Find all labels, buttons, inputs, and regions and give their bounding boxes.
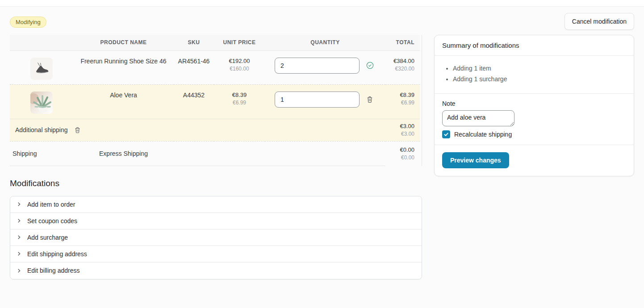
note-label: Note [442, 100, 626, 107]
product-sku: AR4561-46 [174, 50, 214, 84]
table-row-additional-shipping: Additional shipping [10, 119, 420, 141]
unit-price-cell: €192.00 €160.00 [214, 50, 265, 84]
chevron-right-icon [17, 202, 21, 207]
column-product-name: PRODUCT NAME [73, 35, 174, 50]
summary-bullet-item: Adding 1 item [453, 64, 626, 73]
accordion-set-coupon-codes[interactable]: Set coupon codes [10, 213, 422, 229]
status-badge: Modifying [10, 17, 46, 28]
quantity-input-sneaker[interactable] [275, 58, 360, 74]
chevron-right-icon [17, 218, 21, 223]
aloe-vera-product-image [30, 92, 53, 114]
column-total: TOTAL [385, 35, 420, 50]
cancel-modification-button[interactable]: Cancel modification [565, 13, 634, 30]
product-sku: A44352 [174, 84, 214, 119]
delete-surcharge-trash-icon[interactable] [74, 126, 81, 134]
sneaker-product-image [30, 58, 53, 80]
check-circle-icon [366, 62, 374, 69]
table-header-row: PRODUCT NAME SKU UNIT PRICE QUANTITY TOT… [10, 35, 420, 50]
summary-bullet-list: Adding 1 item Adding 1 surcharge [453, 64, 626, 83]
note-textarea[interactable]: Add aloe vera [442, 110, 514, 126]
column-unit-price: UNIT PRICE [214, 35, 265, 50]
column-image [10, 35, 73, 50]
accordion-add-item-to-order[interactable]: Add item to order [10, 196, 422, 213]
page-header: Modifying Cancel modification [10, 13, 634, 30]
summary-bullet-item: Adding 1 surcharge [453, 75, 626, 83]
accordion-edit-billing-address[interactable]: Edit billing address [10, 262, 422, 279]
summary-of-modifications-card: Summary of modifications Adding 1 item A… [434, 35, 634, 176]
delete-item-trash-icon[interactable] [366, 96, 373, 104]
top-bar [0, 0, 644, 7]
modifications-accordion: Add item to order Set coupon codes Add s… [10, 196, 422, 279]
checkmark-icon [443, 132, 449, 137]
table-row-aloe-vera: Aloe Vera A44352 €8.39 €6.99 [10, 84, 420, 119]
total-cell: €0.00 €0.00 [385, 141, 420, 166]
chevron-right-icon [17, 235, 21, 240]
shipping-method: Express Shipping [73, 141, 174, 166]
order-modification-page: Modifying Cancel modification PRODUCT NA… [0, 7, 644, 279]
recalculate-shipping-label: Recalculate shipping [454, 131, 512, 138]
modifications-section-title: Modifications [10, 179, 422, 188]
order-items-table: PRODUCT NAME SKU UNIT PRICE QUANTITY TOT… [10, 35, 422, 166]
table-row-shipping: Shipping Express Shipping €0.00 €0.00 [10, 141, 420, 166]
quantity-input-aloe-vera[interactable] [275, 92, 360, 108]
chevron-right-icon [17, 268, 21, 273]
table-row-sneaker: Freerun Running Shoe Size 46 AR4561-46 €… [10, 50, 420, 84]
shipping-label: Shipping [10, 141, 73, 166]
product-name: Freerun Running Shoe Size 46 [73, 50, 174, 84]
total-cell: €3.00 €3.00 [385, 119, 420, 141]
surcharge-label: Additional shipping [15, 126, 68, 133]
total-cell: €8.39 €6.99 [385, 84, 420, 119]
accordion-edit-shipping-address[interactable]: Edit shipping address [10, 246, 422, 262]
recalculate-shipping-checkbox[interactable] [442, 130, 450, 138]
column-sku: SKU [174, 35, 214, 50]
unit-price-cell: €8.39 €6.99 [214, 84, 265, 119]
product-name: Aloe Vera [73, 84, 174, 119]
column-quantity: QUANTITY [265, 35, 385, 50]
chevron-right-icon [17, 251, 21, 256]
total-cell: €384.00 €320.00 [385, 50, 420, 84]
summary-card-title: Summary of modifications [442, 42, 626, 49]
accordion-add-surcharge[interactable]: Add surcharge [10, 229, 422, 246]
preview-changes-button[interactable]: Preview changes [442, 152, 509, 168]
